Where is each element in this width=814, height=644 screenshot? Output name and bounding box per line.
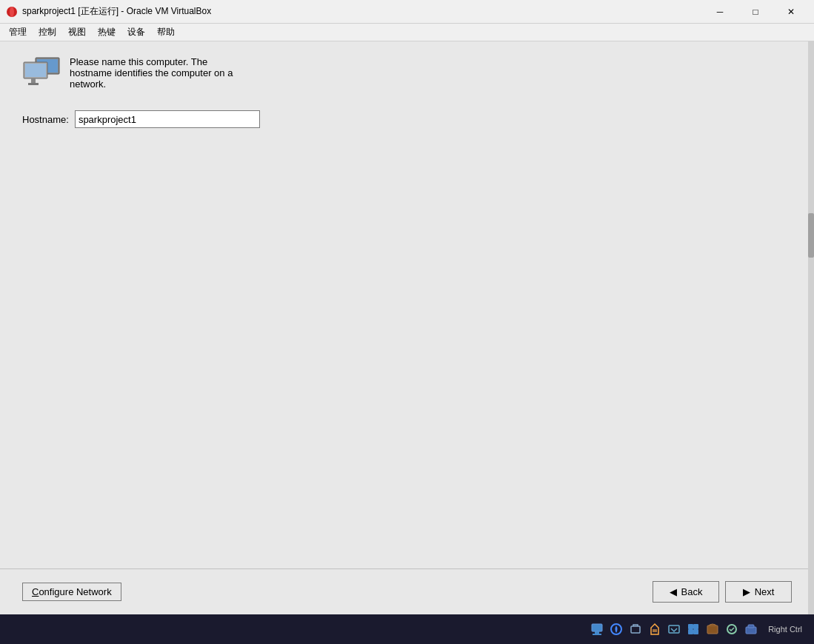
hostname-label: Hostname:: [22, 114, 69, 125]
header-line3: network.: [70, 78, 233, 90]
back-button[interactable]: ◀ Back: [653, 581, 719, 603]
main-window: Please name this computer. The hostname …: [0, 41, 814, 614]
next-label: Next: [755, 586, 775, 597]
window-controls: ─ □ ✕: [703, 1, 808, 23]
titlebar: sparkproject1 [正在运行] - Oracle VM Virtual…: [0, 0, 814, 24]
svg-rect-20: [707, 625, 718, 634]
taskbar-icon-8[interactable]: [724, 621, 740, 637]
back-arrow-icon: ◀: [670, 586, 677, 597]
header-line1: Please name this computer. The: [70, 56, 233, 67]
taskbar-icon-1[interactable]: [589, 621, 605, 637]
taskbar-icon-2[interactable]: [608, 621, 624, 637]
menu-hotkeys[interactable]: 热键: [92, 24, 121, 40]
nav-buttons: ◀ Back ▶ Next: [653, 581, 792, 603]
hostname-input[interactable]: [75, 110, 260, 128]
taskbar-icon-9[interactable]: [743, 621, 759, 637]
svg-rect-6: [31, 78, 36, 83]
svg-point-1: [10, 7, 14, 17]
taskbar-icon-5[interactable]: [666, 621, 682, 637]
menu-help[interactable]: 帮助: [151, 24, 181, 40]
svg-rect-9: [595, 631, 599, 634]
header-line2: hostname identifies the computer on a: [70, 67, 233, 78]
scrollbar-thumb[interactable]: [808, 213, 814, 258]
menu-manage[interactable]: 管理: [3, 24, 33, 40]
computer-icon: [22, 56, 58, 86]
svg-rect-7: [28, 83, 39, 85]
svg-rect-18: [688, 629, 693, 634]
header-section: Please name this computer. The hostname …: [22, 56, 792, 90]
back-label: Back: [681, 586, 703, 597]
dialog-content: Please name this computer. The hostname …: [0, 41, 814, 568]
app-icon: [6, 6, 18, 18]
close-button[interactable]: ✕: [774, 1, 808, 23]
restore-button[interactable]: □: [738, 1, 773, 23]
configure-network-button[interactable]: CConfigure Networkonfigure Network: [22, 583, 121, 601]
taskbar: Right Ctrl: [0, 614, 814, 644]
menu-devices[interactable]: 设备: [121, 24, 151, 40]
taskbar-icon-3[interactable]: [627, 621, 644, 637]
bottom-area: CConfigure Networkonfigure Network ◀ Bac…: [0, 568, 814, 614]
taskbar-icon-4[interactable]: [647, 621, 663, 637]
hostname-row: Hostname:: [22, 110, 792, 128]
menu-view[interactable]: 视图: [62, 24, 92, 40]
svg-rect-17: [693, 624, 698, 629]
svg-rect-23: [748, 625, 754, 628]
svg-rect-19: [693, 629, 698, 634]
taskbar-icon-7[interactable]: [704, 621, 721, 637]
svg-rect-8: [592, 624, 602, 631]
taskbar-icon-6[interactable]: [685, 621, 701, 637]
svg-rect-5: [25, 64, 46, 77]
taskbar-right-ctrl: Right Ctrl: [762, 625, 808, 634]
next-button[interactable]: ▶ Next: [725, 581, 792, 603]
window-title: sparkproject1 [正在运行] - Oracle VM Virtual…: [22, 5, 703, 18]
svg-rect-12: [631, 626, 640, 633]
svg-rect-16: [688, 624, 693, 629]
minimize-button[interactable]: ─: [703, 1, 737, 23]
menu-control[interactable]: 控制: [33, 24, 62, 40]
next-arrow-icon: ▶: [743, 586, 750, 597]
header-text: Please name this computer. The hostname …: [70, 56, 233, 90]
scrollbar[interactable]: [808, 41, 814, 614]
svg-rect-10: [593, 634, 601, 635]
menubar: 管理 控制 视图 热键 设备 帮助: [0, 24, 814, 41]
